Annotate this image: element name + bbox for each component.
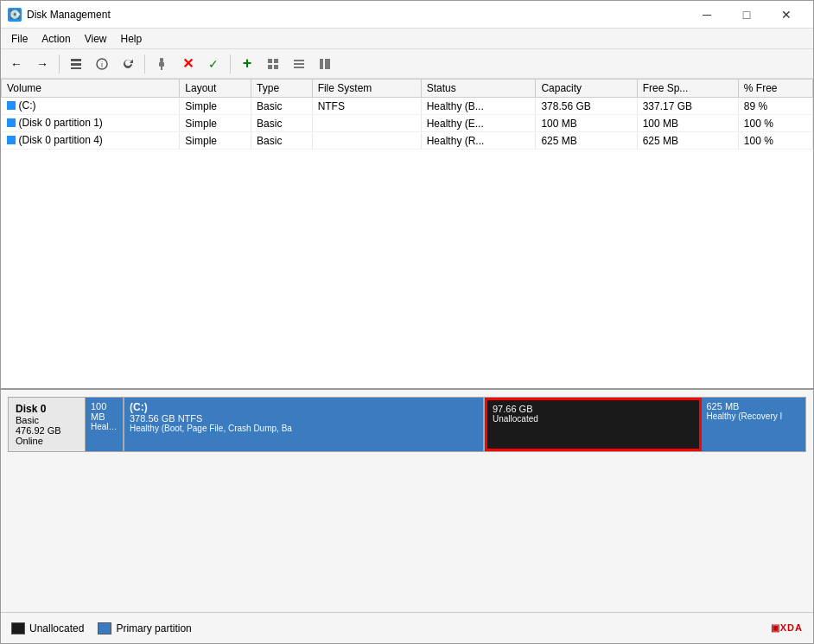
svg-rect-5 xyxy=(160,58,163,62)
svg-rect-15 xyxy=(320,59,323,69)
menu-action[interactable]: Action xyxy=(35,31,77,47)
partition-efi[interactable]: 100 MBHealthy (EFI xyxy=(86,398,124,451)
legend-unallocated-label: Unallocated xyxy=(29,622,84,634)
volume-name-0: (C:) xyxy=(19,99,36,112)
forward-button[interactable]: → xyxy=(30,52,54,76)
cell-volume-0: (C:) xyxy=(2,98,180,115)
disk-map-area: Disk 0 Basic 476.92 GB Online 100 MBHeal… xyxy=(1,390,813,563)
disk-0-partitions: 100 MBHealthy (EFI(C:)378.56 GB NTFSHeal… xyxy=(86,397,806,452)
menu-file[interactable]: File xyxy=(4,31,35,47)
partition-desc-1: Healthy (Boot, Page File, Crash Dump, Ba xyxy=(130,424,478,433)
col-capacity: Capacity xyxy=(536,80,637,98)
cell-type-1: Basic xyxy=(251,115,313,132)
cell-type-2: Basic xyxy=(251,132,313,150)
refresh-icon xyxy=(121,57,135,71)
partition-unallocated[interactable]: 97.66 GBUnallocated xyxy=(485,398,702,451)
col-volume: Volume xyxy=(2,80,180,98)
delete-button[interactable]: ✕ xyxy=(175,52,200,76)
check-button[interactable]: ✓ xyxy=(201,52,226,76)
svg-rect-16 xyxy=(325,59,330,69)
add-button[interactable]: + xyxy=(235,52,259,76)
legend-primary-box xyxy=(98,622,111,634)
show-list-button[interactable] xyxy=(64,52,88,76)
cell-free-2: 625 MB xyxy=(637,132,738,150)
volume-icon-1 xyxy=(7,118,16,127)
table-row[interactable]: (Disk 0 partition 4) Simple Basic Health… xyxy=(2,132,813,150)
disk-0-label: Disk 0 Basic 476.92 GB Online xyxy=(8,397,86,452)
partition-size-3: 625 MB xyxy=(707,401,801,411)
disk-0-size: 476.92 GB xyxy=(16,425,78,436)
back-button[interactable]: ← xyxy=(4,52,29,76)
cell-capacity-1: 100 MB xyxy=(536,115,637,132)
svg-rect-11 xyxy=(274,65,278,69)
partition-size-2: 97.66 GB xyxy=(493,404,694,414)
cell-filesystem-1 xyxy=(312,115,421,132)
partition-name-1: (C:) xyxy=(130,401,478,413)
maximize-button[interactable]: □ xyxy=(727,1,766,29)
cell-volume-2: (Disk 0 partition 4) xyxy=(2,132,180,150)
cell-pct-0: 89 % xyxy=(738,98,812,115)
close-button[interactable]: ✕ xyxy=(766,1,806,29)
cell-status-1: Healthy (E... xyxy=(421,115,536,132)
app-icon: 💽 xyxy=(8,8,22,22)
col-free: Free Sp... xyxy=(637,80,738,98)
disk-0-name: Disk 0 xyxy=(16,403,78,415)
properties-button[interactable]: i xyxy=(90,52,114,76)
col-type: Type xyxy=(251,80,313,98)
volume-name-2: (Disk 0 partition 4) xyxy=(19,134,103,146)
disk-0-status: Online xyxy=(16,436,78,446)
window-title: Disk Management xyxy=(27,9,111,21)
legend-unallocated-box xyxy=(11,622,25,634)
partition-size-0: 100 MB xyxy=(91,401,118,422)
menu-bar: File Action View Help xyxy=(1,29,813,49)
legend-primary: Primary partition xyxy=(98,622,191,634)
cell-volume-1: (Disk 0 partition 1) xyxy=(2,115,180,132)
partition-desc-2: Unallocated xyxy=(493,414,694,424)
list-icon xyxy=(69,57,83,71)
cell-capacity-2: 625 MB xyxy=(536,132,637,150)
volume-icon-2 xyxy=(7,136,16,144)
partition-recovery[interactable]: 625 MBHealthy (Recovery I xyxy=(702,398,806,451)
title-bar-left: 💽 Disk Management xyxy=(8,8,111,22)
partition-size-1: 378.56 GB NTFS xyxy=(130,413,478,424)
main-window: 💽 Disk Management ─ □ ✕ File Action View… xyxy=(0,0,814,644)
table-row[interactable]: (Disk 0 partition 1) Simple Basic Health… xyxy=(2,115,813,132)
legend-bar: Unallocated Primary partition ▣XDA xyxy=(1,612,813,643)
menu-help[interactable]: Help xyxy=(114,31,149,47)
svg-text:i: i xyxy=(101,61,103,69)
bars-icon xyxy=(292,57,306,71)
details-icon xyxy=(318,57,332,71)
cell-status-2: Healthy (R... xyxy=(421,132,536,150)
info-icon: i xyxy=(95,57,109,71)
config1-button[interactable] xyxy=(261,52,285,76)
cell-layout-1: Simple xyxy=(180,115,251,132)
svg-rect-10 xyxy=(268,65,272,69)
title-bar: 💽 Disk Management ─ □ ✕ xyxy=(1,1,813,29)
main-area: Volume Layout Type File System Status Ca… xyxy=(1,79,813,643)
cell-filesystem-2 xyxy=(312,132,421,150)
config2-button[interactable] xyxy=(287,52,311,76)
refresh-button[interactable] xyxy=(116,52,140,76)
volume-table: Volume Layout Type File System Status Ca… xyxy=(1,79,813,150)
toolbar-separator-3 xyxy=(230,54,231,73)
cell-capacity-0: 378.56 GB xyxy=(536,98,637,115)
disconnect-button[interactable] xyxy=(149,52,174,76)
grid-icon xyxy=(266,57,280,71)
partition-desc-3: Healthy (Recovery I xyxy=(707,411,801,421)
cell-layout-0: Simple xyxy=(180,98,251,115)
toolbar-separator-2 xyxy=(144,54,145,73)
legend-primary-label: Primary partition xyxy=(116,622,191,634)
volume-icon-0 xyxy=(7,101,16,110)
minimize-button[interactable]: ─ xyxy=(687,1,727,29)
svg-rect-14 xyxy=(294,67,304,68)
cell-free-1: 100 MB xyxy=(637,115,738,132)
table-row[interactable]: (C:) Simple Basic NTFS Healthy (B... 378… xyxy=(2,98,813,115)
svg-rect-2 xyxy=(71,67,81,69)
svg-rect-6 xyxy=(159,62,164,67)
col-status: Status xyxy=(421,80,536,98)
config3-button[interactable] xyxy=(313,52,337,76)
partition-c-drive[interactable]: (C:)378.56 GB NTFSHealthy (Boot, Page Fi… xyxy=(124,398,485,451)
menu-view[interactable]: View xyxy=(78,31,114,47)
disk-0-row: Disk 0 Basic 476.92 GB Online 100 MBHeal… xyxy=(8,397,806,452)
col-filesystem: File System xyxy=(312,80,421,98)
